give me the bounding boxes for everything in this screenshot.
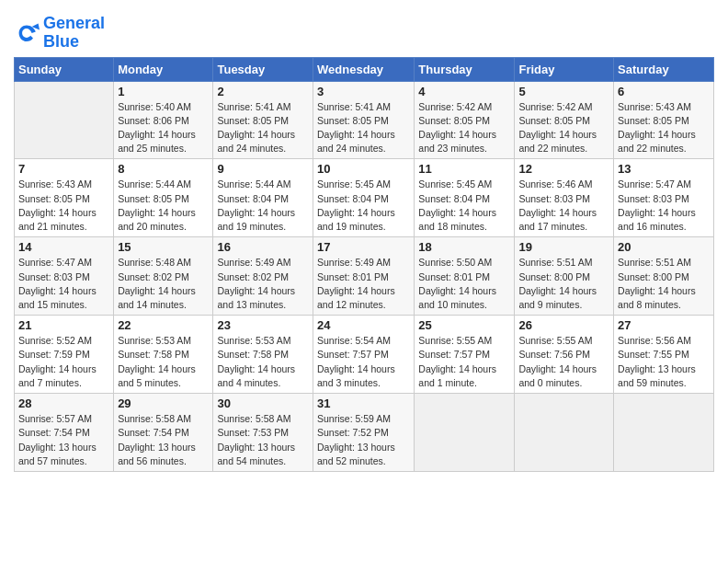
day-number: 14 xyxy=(18,240,109,254)
calendar-cell: 18Sunrise: 5:50 AM Sunset: 8:01 PM Dayli… xyxy=(415,237,515,316)
calendar-cell: 17Sunrise: 5:49 AM Sunset: 8:01 PM Dayli… xyxy=(313,237,415,316)
day-number: 25 xyxy=(418,318,510,332)
calendar-cell: 21Sunrise: 5:52 AM Sunset: 7:59 PM Dayli… xyxy=(15,316,114,394)
calendar-cell: 5Sunrise: 5:42 AM Sunset: 8:05 PM Daylig… xyxy=(515,81,614,159)
calendar-body: 1Sunrise: 5:40 AM Sunset: 8:06 PM Daylig… xyxy=(15,81,714,471)
day-detail: Sunrise: 5:47 AM Sunset: 8:03 PM Dayligh… xyxy=(18,256,109,312)
calendar-cell: 13Sunrise: 5:47 AM Sunset: 8:03 PM Dayli… xyxy=(614,159,714,237)
calendar-cell: 12Sunrise: 5:46 AM Sunset: 8:03 PM Dayli… xyxy=(515,159,614,237)
day-detail: Sunrise: 5:42 AM Sunset: 8:05 PM Dayligh… xyxy=(418,100,510,156)
day-detail: Sunrise: 5:40 AM Sunset: 8:06 PM Dayligh… xyxy=(118,100,209,156)
day-detail: Sunrise: 5:46 AM Sunset: 8:03 PM Dayligh… xyxy=(518,178,609,234)
day-number: 2 xyxy=(217,85,309,98)
day-detail: Sunrise: 5:59 AM Sunset: 7:52 PM Dayligh… xyxy=(317,412,410,468)
day-number: 21 xyxy=(18,318,109,332)
calendar-cell: 20Sunrise: 5:51 AM Sunset: 8:00 PM Dayli… xyxy=(614,237,714,316)
day-detail: Sunrise: 5:55 AM Sunset: 7:56 PM Dayligh… xyxy=(518,334,609,390)
calendar-day-header: Saturday xyxy=(614,57,714,81)
day-number: 27 xyxy=(618,318,710,332)
calendar-cell: 28Sunrise: 5:57 AM Sunset: 7:54 PM Dayli… xyxy=(15,394,114,472)
logo-text: General Blue xyxy=(43,15,105,52)
day-detail: Sunrise: 5:57 AM Sunset: 7:54 PM Dayligh… xyxy=(18,412,109,468)
logo: General Blue xyxy=(14,15,105,52)
day-detail: Sunrise: 5:53 AM Sunset: 7:58 PM Dayligh… xyxy=(118,334,209,390)
calendar-week-row: 7Sunrise: 5:43 AM Sunset: 8:05 PM Daylig… xyxy=(15,159,714,237)
calendar-day-header: Thursday xyxy=(415,57,515,81)
calendar-cell: 8Sunrise: 5:44 AM Sunset: 8:05 PM Daylig… xyxy=(114,159,213,237)
page: General Blue SundayMondayTuesdayWednesda… xyxy=(0,0,728,481)
calendar-cell xyxy=(15,81,114,159)
calendar-cell: 3Sunrise: 5:41 AM Sunset: 8:05 PM Daylig… xyxy=(313,81,415,159)
day-number: 28 xyxy=(18,396,109,410)
calendar-week-row: 28Sunrise: 5:57 AM Sunset: 7:54 PM Dayli… xyxy=(15,394,714,472)
day-detail: Sunrise: 5:42 AM Sunset: 8:05 PM Dayligh… xyxy=(518,100,609,156)
calendar-cell: 24Sunrise: 5:54 AM Sunset: 7:57 PM Dayli… xyxy=(313,316,415,394)
day-number: 20 xyxy=(618,240,710,254)
calendar-cell: 23Sunrise: 5:53 AM Sunset: 7:58 PM Dayli… xyxy=(213,316,313,394)
day-number: 22 xyxy=(118,318,209,332)
calendar-cell: 30Sunrise: 5:58 AM Sunset: 7:53 PM Dayli… xyxy=(213,394,313,472)
calendar-cell xyxy=(515,394,614,472)
day-detail: Sunrise: 5:58 AM Sunset: 7:53 PM Dayligh… xyxy=(217,412,309,468)
day-detail: Sunrise: 5:47 AM Sunset: 8:03 PM Dayligh… xyxy=(618,178,710,234)
day-number: 11 xyxy=(418,162,510,176)
day-detail: Sunrise: 5:55 AM Sunset: 7:57 PM Dayligh… xyxy=(418,334,510,390)
calendar-day-header: Sunday xyxy=(15,57,114,81)
calendar-header-row: SundayMondayTuesdayWednesdayThursdayFrid… xyxy=(15,57,714,81)
calendar-cell: 10Sunrise: 5:45 AM Sunset: 8:04 PM Dayli… xyxy=(313,159,415,237)
calendar-day-header: Monday xyxy=(114,57,213,81)
svg-rect-0 xyxy=(14,20,40,46)
day-number: 30 xyxy=(217,396,309,410)
day-detail: Sunrise: 5:58 AM Sunset: 7:54 PM Dayligh… xyxy=(118,412,209,468)
day-detail: Sunrise: 5:53 AM Sunset: 7:58 PM Dayligh… xyxy=(217,334,309,390)
day-number: 9 xyxy=(217,162,309,176)
calendar-cell: 9Sunrise: 5:44 AM Sunset: 8:04 PM Daylig… xyxy=(213,159,313,237)
day-detail: Sunrise: 5:48 AM Sunset: 8:02 PM Dayligh… xyxy=(118,256,209,312)
day-detail: Sunrise: 5:41 AM Sunset: 8:05 PM Dayligh… xyxy=(217,100,309,156)
day-number: 29 xyxy=(118,396,209,410)
calendar-day-header: Tuesday xyxy=(213,57,313,81)
calendar-cell: 6Sunrise: 5:43 AM Sunset: 8:05 PM Daylig… xyxy=(614,81,714,159)
day-detail: Sunrise: 5:49 AM Sunset: 8:02 PM Dayligh… xyxy=(217,256,309,312)
calendar-week-row: 21Sunrise: 5:52 AM Sunset: 7:59 PM Dayli… xyxy=(15,316,714,394)
calendar-cell: 26Sunrise: 5:55 AM Sunset: 7:56 PM Dayli… xyxy=(515,316,614,394)
logo-icon xyxy=(14,20,40,46)
day-detail: Sunrise: 5:52 AM Sunset: 7:59 PM Dayligh… xyxy=(18,334,109,390)
day-detail: Sunrise: 5:45 AM Sunset: 8:04 PM Dayligh… xyxy=(418,178,510,234)
day-detail: Sunrise: 5:41 AM Sunset: 8:05 PM Dayligh… xyxy=(317,100,410,156)
calendar-week-row: 14Sunrise: 5:47 AM Sunset: 8:03 PM Dayli… xyxy=(15,237,714,316)
calendar-cell: 31Sunrise: 5:59 AM Sunset: 7:52 PM Dayli… xyxy=(313,394,415,472)
calendar-cell: 19Sunrise: 5:51 AM Sunset: 8:00 PM Dayli… xyxy=(515,237,614,316)
calendar-cell: 1Sunrise: 5:40 AM Sunset: 8:06 PM Daylig… xyxy=(114,81,213,159)
day-number: 4 xyxy=(418,85,510,98)
day-number: 13 xyxy=(618,162,710,176)
day-detail: Sunrise: 5:43 AM Sunset: 8:05 PM Dayligh… xyxy=(18,178,109,234)
calendar-cell: 22Sunrise: 5:53 AM Sunset: 7:58 PM Dayli… xyxy=(114,316,213,394)
calendar-cell: 4Sunrise: 5:42 AM Sunset: 8:05 PM Daylig… xyxy=(415,81,515,159)
day-detail: Sunrise: 5:45 AM Sunset: 8:04 PM Dayligh… xyxy=(317,178,410,234)
day-number: 19 xyxy=(518,240,609,254)
day-number: 6 xyxy=(618,85,710,98)
calendar-cell: 2Sunrise: 5:41 AM Sunset: 8:05 PM Daylig… xyxy=(213,81,313,159)
day-number: 24 xyxy=(317,318,410,332)
day-number: 17 xyxy=(317,240,410,254)
day-number: 5 xyxy=(518,85,609,98)
day-number: 7 xyxy=(18,162,109,176)
calendar-cell: 27Sunrise: 5:56 AM Sunset: 7:55 PM Dayli… xyxy=(614,316,714,394)
header: General Blue xyxy=(14,9,714,52)
calendar-cell: 14Sunrise: 5:47 AM Sunset: 8:03 PM Dayli… xyxy=(15,237,114,316)
day-number: 8 xyxy=(118,162,209,176)
calendar-week-row: 1Sunrise: 5:40 AM Sunset: 8:06 PM Daylig… xyxy=(15,81,714,159)
calendar-cell: 7Sunrise: 5:43 AM Sunset: 8:05 PM Daylig… xyxy=(15,159,114,237)
calendar-day-header: Wednesday xyxy=(313,57,415,81)
day-detail: Sunrise: 5:49 AM Sunset: 8:01 PM Dayligh… xyxy=(317,256,410,312)
day-detail: Sunrise: 5:54 AM Sunset: 7:57 PM Dayligh… xyxy=(317,334,410,390)
calendar-table: SundayMondayTuesdayWednesdayThursdayFrid… xyxy=(14,57,714,472)
calendar-cell: 11Sunrise: 5:45 AM Sunset: 8:04 PM Dayli… xyxy=(415,159,515,237)
day-number: 18 xyxy=(418,240,510,254)
calendar-cell: 29Sunrise: 5:58 AM Sunset: 7:54 PM Dayli… xyxy=(114,394,213,472)
day-number: 10 xyxy=(317,162,410,176)
day-number: 1 xyxy=(118,85,209,98)
day-number: 16 xyxy=(217,240,309,254)
calendar-cell: 25Sunrise: 5:55 AM Sunset: 7:57 PM Dayli… xyxy=(415,316,515,394)
